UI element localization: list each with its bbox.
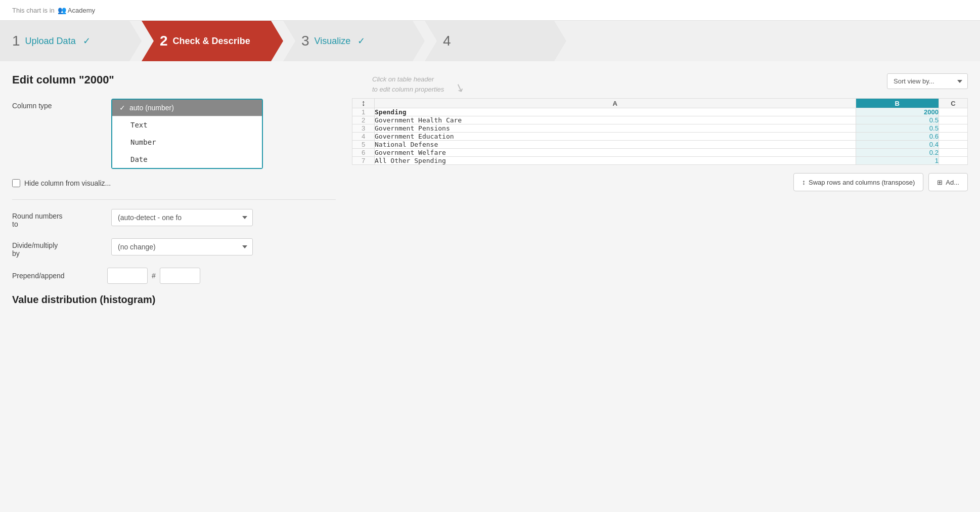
bottom-actions: ↕ Swap rows and columns (transpose) ⊞ Ad… [352, 173, 968, 191]
round-numbers-control: (auto-detect - one fo [111, 209, 336, 226]
divider-1 [12, 199, 336, 200]
step-1-number: 1 [12, 33, 20, 49]
cell-c-value [939, 108, 967, 116]
table-hint: Click on table header to edit column pro… [372, 74, 444, 94]
option-number[interactable]: Number [112, 134, 262, 151]
table-row: 4 Government Education 0.6 [352, 133, 968, 141]
table-row: 1 Spending 2000 [352, 108, 968, 116]
option-date[interactable]: Date [112, 151, 262, 168]
prepend-input[interactable] [107, 268, 148, 284]
prepend-append-label: Prepend/append [12, 272, 103, 280]
step-2-label: Check & Describe [173, 36, 250, 47]
step-3-check: ✓ [358, 35, 365, 47]
col-b-label: B [895, 100, 900, 107]
column-type-dropdown[interactable]: ✓ auto (number) Text Number Date [111, 99, 263, 169]
cell-a-value: Government Education [375, 133, 856, 141]
step-3-label: Visualize [315, 36, 351, 47]
sort-view-select[interactable]: Sort view by... [887, 73, 968, 89]
cell-b-value: 2000 [856, 108, 939, 116]
column-type-row: Column type ✓ auto (number) Text Number … [12, 99, 336, 169]
hint-arrow-icon: ↘ [453, 80, 466, 96]
col-a-label: A [613, 100, 617, 107]
chart-location-prefix: This chart is in [12, 7, 55, 14]
step-3[interactable]: 3 Visualize ✓ [283, 21, 425, 61]
divide-multiply-row: Divide/multiplyby (no change) [12, 238, 336, 258]
row-num-cell: 6 [352, 149, 375, 157]
prepend-append-row: Prepend/append # [12, 268, 336, 284]
dropdown-options-list: Text Number Date [112, 116, 262, 168]
table-row: 6 Government Welfare 0.2 [352, 149, 968, 157]
selected-option-text: auto (number) [129, 104, 174, 112]
cell-c-value [939, 116, 967, 124]
row-num-cell: 2 [352, 116, 375, 124]
transpose-button[interactable]: ↕ Swap rows and columns (transpose) [793, 173, 923, 191]
divide-multiply-control: (no change) [111, 238, 336, 255]
round-numbers-row: Round numbersto (auto-detect - one fo [12, 209, 336, 228]
hide-column-checkbox[interactable] [12, 179, 20, 187]
step-4-number: 4 [443, 33, 451, 49]
histogram-title: Value distribution (histogram) [12, 294, 336, 306]
col-rownum-header[interactable]: ↕ [352, 99, 375, 108]
cell-b-value: 0.5 [856, 116, 939, 124]
edit-column-title: Edit column "2000" [12, 73, 336, 87]
hint-line-1: Click on table header [372, 74, 444, 84]
table-header-row: ↕ A B C [352, 99, 968, 108]
cell-a-value: Government Pensions [375, 124, 856, 133]
append-input[interactable] [160, 268, 200, 284]
left-panel: Edit column "2000" Column type ✓ auto (n… [12, 73, 336, 306]
divide-multiply-label: Divide/multiplyby [12, 238, 103, 258]
column-type-label: Column type [12, 99, 103, 110]
cell-b-value: 0.5 [856, 124, 939, 133]
col-c-label: C [951, 100, 955, 107]
data-table: ↕ A B C 1 Spending [352, 98, 968, 165]
wizard-steps: 1 Upload Data ✓ 2 Check & Describe 3 Vis… [0, 21, 980, 61]
round-numbers-select[interactable]: (auto-detect - one fo [111, 209, 253, 226]
top-bar: This chart is in Academy [0, 0, 980, 21]
cell-c-value [939, 141, 967, 149]
add-icon: ⊞ [937, 179, 943, 186]
step-1-label: Upload Data [25, 36, 76, 47]
row-num-cell: 3 [352, 124, 375, 133]
step-1[interactable]: 1 Upload Data ✓ [0, 21, 142, 61]
col-b-header[interactable]: B [856, 99, 939, 108]
step-1-check: ✓ [83, 35, 91, 47]
cell-a-value: National Defense [375, 141, 856, 149]
table-row: 3 Government Pensions 0.5 [352, 124, 968, 133]
cell-b-value: 0.2 [856, 149, 939, 157]
add-button[interactable]: ⊞ Ad... [928, 173, 968, 191]
cell-b-value: 0.6 [856, 133, 939, 141]
cell-a-value: All Other Spending [375, 157, 856, 165]
col-a-header[interactable]: A [375, 99, 856, 108]
transpose-label: Swap rows and columns (transpose) [809, 179, 915, 186]
cell-c-value [939, 157, 967, 165]
cell-a-value: Government Welfare [375, 149, 856, 157]
table-row: 7 All Other Spending 1 [352, 157, 968, 165]
dropdown-checkmark: ✓ [119, 104, 125, 112]
cell-a-value: Spending [375, 108, 856, 116]
dropdown-selected-option[interactable]: ✓ auto (number) [112, 100, 262, 116]
table-row: 5 National Defense 0.4 [352, 141, 968, 149]
transpose-icon-header: ↕ [362, 99, 366, 107]
step-4[interactable]: 4 [425, 21, 566, 61]
hash-symbol: # [152, 272, 156, 280]
cell-b-value: 0.4 [856, 141, 939, 149]
sort-view-area: Sort view by... [887, 73, 968, 89]
cell-c-value [939, 124, 967, 133]
hint-line-2: to edit column properties [372, 84, 444, 95]
cell-b-value: 1 [856, 157, 939, 165]
team-badge: Academy [58, 6, 95, 14]
main-content: Edit column "2000" Column type ✓ auto (n… [0, 61, 980, 318]
cell-a-value: Government Health Care [375, 116, 856, 124]
col-c-header[interactable]: C [939, 99, 967, 108]
add-label: Ad... [946, 179, 959, 186]
step-2[interactable]: 2 Check & Describe [142, 21, 283, 61]
right-panel: Click on table header to edit column pro… [352, 73, 968, 306]
team-name: Academy [68, 7, 95, 14]
option-text[interactable]: Text [112, 116, 262, 134]
step-2-number: 2 [160, 33, 168, 49]
row-num-cell: 4 [352, 133, 375, 141]
cell-c-value [939, 133, 967, 141]
cell-c-value [939, 149, 967, 157]
hide-column-label: Hide column from visualiz... [24, 179, 111, 187]
divide-multiply-select[interactable]: (no change) [111, 238, 253, 255]
